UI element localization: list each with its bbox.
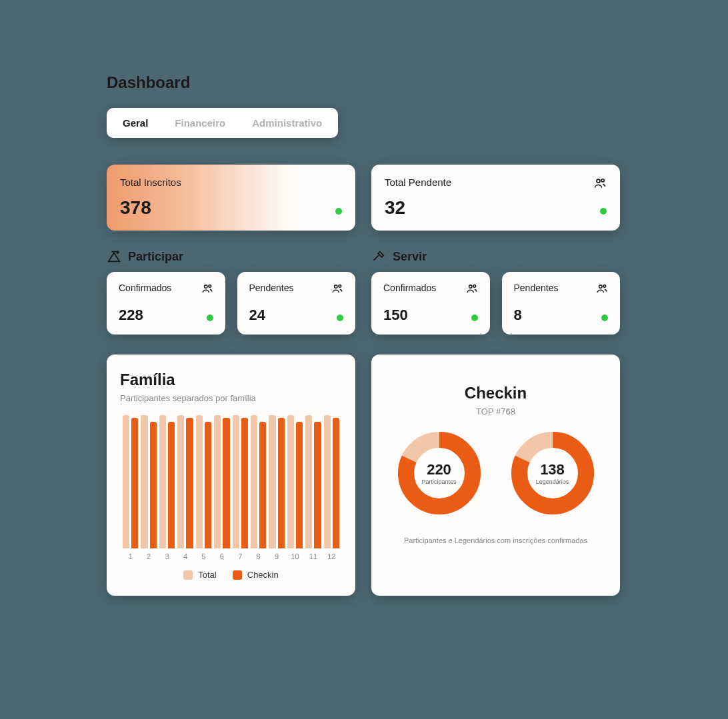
x-label: 2 xyxy=(141,552,156,560)
users-icon xyxy=(596,283,608,295)
card-label: Confirmados xyxy=(383,283,478,293)
donut-participantes: 220 Participantes xyxy=(396,430,483,516)
section-servir-header: Servir xyxy=(371,249,620,264)
bar-group xyxy=(159,415,175,548)
chart-checkin: Checkin TOP #768 220 Participantes xyxy=(371,355,620,596)
bar-group xyxy=(214,415,229,548)
svg-line-10 xyxy=(374,255,379,260)
card-participar-pendentes[interactable]: Pendentes 24 xyxy=(237,272,356,335)
bar-total xyxy=(287,415,294,548)
bar-group xyxy=(196,415,211,548)
bar-total xyxy=(214,415,221,548)
card-total-pendente[interactable]: Total Pendente 32 xyxy=(371,165,620,231)
x-label: 9 xyxy=(269,552,284,560)
bar-total xyxy=(159,415,166,548)
svg-point-0 xyxy=(332,179,335,183)
section-participar-header: Participar xyxy=(107,249,355,264)
bar-checkin xyxy=(333,418,339,548)
bar-total xyxy=(123,415,129,548)
bar-chart-area xyxy=(120,415,342,548)
chart-subtitle: Participantes separados por família xyxy=(120,393,342,403)
x-label: 7 xyxy=(233,552,248,560)
x-label: 11 xyxy=(305,552,321,560)
bar-total xyxy=(269,415,275,548)
card-total-inscritos[interactable]: Total Inscritos 378 xyxy=(107,165,355,231)
legend-item-checkin: Checkin xyxy=(233,570,279,580)
card-participar-confirmados[interactable]: Confirmados 228 xyxy=(107,272,225,335)
donut-label: Legendários xyxy=(536,478,569,485)
status-dot xyxy=(601,315,608,321)
svg-point-2 xyxy=(597,179,600,183)
donut-value: 138 xyxy=(536,461,569,478)
x-label: 4 xyxy=(177,552,193,560)
bar-checkin xyxy=(241,418,248,548)
chart-subtitle: TOP #768 xyxy=(385,406,607,416)
bar-total xyxy=(251,415,257,548)
bar-checkin xyxy=(205,422,211,548)
users-icon xyxy=(331,283,343,295)
status-dot xyxy=(471,315,478,321)
dashboard-frame: Dashboard Geral Financeiro Administrativ… xyxy=(13,13,713,706)
svg-point-6 xyxy=(204,285,207,289)
svg-point-3 xyxy=(601,179,604,182)
chart-familia: Família Participantes separados por famí… xyxy=(107,355,355,596)
bar-checkin xyxy=(131,418,138,548)
bar-group xyxy=(123,415,138,548)
bar-checkin xyxy=(314,422,321,548)
bar-checkin xyxy=(168,422,175,548)
tab-geral[interactable]: Geral xyxy=(117,113,153,133)
bar-group xyxy=(251,415,266,548)
card-servir-confirmados[interactable]: Confirmados 150 xyxy=(371,272,490,335)
card-value: 32 xyxy=(385,197,607,219)
chart-title: Checkin xyxy=(385,384,607,402)
bar-group xyxy=(269,415,284,548)
bar-checkin xyxy=(186,418,193,548)
hammer-icon xyxy=(371,249,386,264)
swatch-checkin xyxy=(233,570,242,580)
bar-chart-x-labels: 123456789101112 xyxy=(120,548,342,560)
card-label: Pendentes xyxy=(249,283,344,293)
card-value: 150 xyxy=(383,307,478,324)
card-value: 24 xyxy=(249,307,344,324)
bar-group xyxy=(287,415,303,548)
chart-footer: Participantes e Legendários com inscriçõ… xyxy=(385,536,607,544)
bar-total xyxy=(177,415,184,548)
page-title: Dashboard xyxy=(107,73,620,92)
svg-point-8 xyxy=(335,285,338,289)
bar-total xyxy=(233,415,239,548)
section-title: Servir xyxy=(393,250,427,264)
bar-group xyxy=(141,415,156,548)
status-dot xyxy=(207,315,213,321)
bar-chart-legend: Total Checkin xyxy=(120,570,342,580)
x-label: 6 xyxy=(214,552,229,560)
bar-checkin xyxy=(223,418,229,548)
card-value: 228 xyxy=(119,307,213,324)
card-label: Confirmados xyxy=(119,283,213,293)
card-value: 8 xyxy=(514,307,609,324)
swatch-total xyxy=(183,570,193,580)
bar-total xyxy=(324,415,331,548)
users-icon xyxy=(201,283,213,295)
bar-group xyxy=(305,415,321,548)
tab-administrativo[interactable]: Administrativo xyxy=(247,113,327,133)
legend-item-total: Total xyxy=(183,570,216,580)
card-servir-pendentes[interactable]: Pendentes 8 xyxy=(502,272,621,335)
chart-title: Família xyxy=(120,370,342,389)
svg-point-5 xyxy=(117,251,119,253)
bar-checkin xyxy=(259,422,266,548)
x-label: 10 xyxy=(287,552,303,560)
x-label: 1 xyxy=(123,552,138,560)
bar-total xyxy=(196,415,203,548)
users-icon xyxy=(466,283,478,295)
bar-group xyxy=(177,415,193,548)
status-dot xyxy=(600,208,607,215)
donut-value: 220 xyxy=(421,461,456,478)
users-icon xyxy=(593,177,607,190)
card-label: Total Pendente xyxy=(385,177,607,188)
svg-point-14 xyxy=(603,285,606,287)
tab-financeiro[interactable]: Financeiro xyxy=(169,113,231,133)
x-label: 5 xyxy=(196,552,211,560)
bar-checkin xyxy=(150,422,157,548)
card-value: 378 xyxy=(120,197,342,219)
svg-point-9 xyxy=(339,285,341,287)
